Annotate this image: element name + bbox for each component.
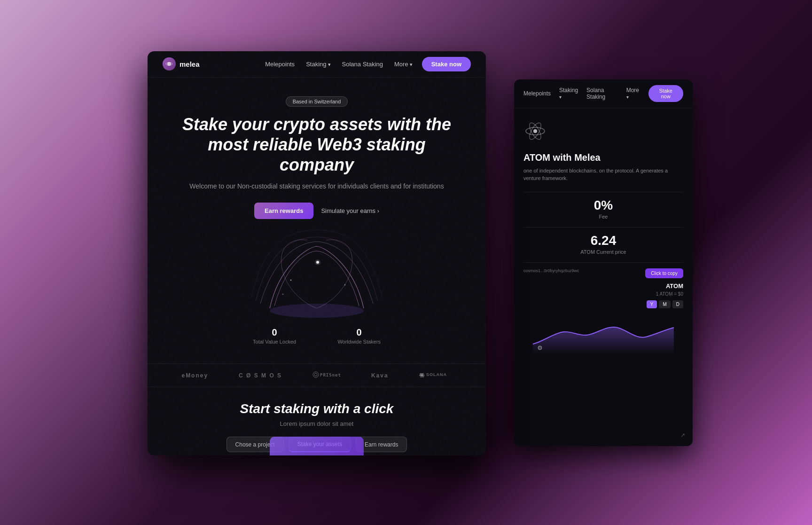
price-label: ATOM Current price <box>523 249 683 255</box>
time-year-button[interactable]: Y <box>647 300 657 308</box>
bottom-card-peek <box>270 437 364 455</box>
hero-title: Stake your crypto assets with the most r… <box>176 114 458 175</box>
price-chart <box>523 316 683 353</box>
stakers-label: Worldwide Stakers <box>337 339 381 345</box>
svg-point-13 <box>313 372 319 377</box>
svg-point-11 <box>344 284 346 286</box>
atom-title: ATOM with Melea <box>523 152 683 163</box>
svg-point-12 <box>282 294 284 295</box>
back-window: Melepoints Staking Solana Staking More S… <box>514 79 693 446</box>
time-day-button[interactable]: D <box>672 300 683 308</box>
back-nav-more[interactable]: More <box>626 87 640 100</box>
time-period-selector: Y M D <box>523 300 683 308</box>
nav-melepoints[interactable]: Melepoints <box>265 61 295 68</box>
hero-subtitle: Welcome to our Non-custodial staking ser… <box>176 181 458 191</box>
copy-address-button[interactable]: Click to copy <box>645 268 683 278</box>
partner-cosmos: C Ø S M O S <box>239 372 282 379</box>
svg-point-14 <box>314 373 317 376</box>
price-value: 6.24 <box>523 233 683 248</box>
back-nav-staking[interactable]: Staking <box>559 87 578 100</box>
stats-row: 0 Total Value Locked 0 Worldwide Stakers <box>176 327 458 345</box>
stakers-value: 0 <box>337 327 381 338</box>
nav-solana[interactable]: Solana Staking <box>342 61 383 68</box>
atom-desc: one of independent blockchains, on the p… <box>523 167 683 182</box>
simulate-link[interactable]: Simulate your earns <box>321 207 379 214</box>
back-nav-melepoints[interactable]: Melepoints <box>523 90 551 97</box>
navbar: melea Melepoints Staking Solana Staking … <box>148 51 486 78</box>
exchange-rate: 1 ATOM = $0 <box>523 291 683 297</box>
scene: Melepoints Staking Solana Staking More S… <box>148 51 664 474</box>
svg-text:SOLANA: SOLANA <box>426 372 447 377</box>
fee-value: 0% <box>523 198 683 213</box>
partner-solana: SOLANA <box>419 371 452 379</box>
globe-visualization <box>246 228 387 322</box>
stakers-stat: 0 Worldwide Stakers <box>337 327 381 345</box>
svg-text:PRISnet: PRISnet <box>320 373 341 377</box>
time-month-button[interactable]: M <box>659 300 670 308</box>
logo: melea <box>163 57 200 71</box>
svg-point-9 <box>315 259 320 265</box>
back-content: ATOM with Melea one of independent block… <box>514 108 693 372</box>
back-nav: Melepoints Staking Solana Staking More S… <box>514 79 693 108</box>
back-stake-now-button[interactable]: Stake now <box>648 85 683 102</box>
svg-point-7 <box>270 304 364 318</box>
section-subtitle: Lorem ipsum dolor sit amet <box>176 420 458 427</box>
partner-prisnet: PRISnet <box>312 371 341 379</box>
svg-point-10 <box>290 280 292 281</box>
nav-links: Melepoints Staking Solana Staking More <box>265 61 412 68</box>
front-window: melea Melepoints Staking Solana Staking … <box>148 51 486 455</box>
back-nav-solana[interactable]: Solana Staking <box>586 87 618 100</box>
nav-staking[interactable]: Staking <box>306 61 330 68</box>
currency-label: ATOM <box>523 282 683 290</box>
partner-kava: Kava <box>371 372 389 379</box>
svg-point-4 <box>538 346 542 350</box>
logo-icon <box>163 57 176 71</box>
hero-section: Based in Switzerland Stake your crypto a… <box>148 78 486 364</box>
hero-badge: Based in Switzerland <box>286 96 348 107</box>
earn-rewards-button[interactable]: Earn rewards <box>254 203 313 219</box>
section-title: Start staking with a click <box>176 401 458 416</box>
nav-more[interactable]: More <box>394 61 413 68</box>
partner-emoney: eMoney <box>181 372 208 379</box>
svg-point-0 <box>533 129 537 133</box>
logo-text: melea <box>180 60 200 68</box>
tvl-value: 0 <box>253 327 296 338</box>
hero-actions: Earn rewards Simulate your earns <box>176 203 458 219</box>
partners-bar: eMoney C Ø S M O S PRISnet Kava SOLANA <box>148 363 486 387</box>
expand-icon: ↗ <box>680 432 685 439</box>
atom-icon <box>523 119 547 143</box>
fee-label: Fee <box>523 214 683 219</box>
fee-stat: 0% Fee <box>523 198 683 219</box>
tvl-label: Total Value Locked <box>253 339 296 345</box>
price-stat: 6.24 ATOM Current price <box>523 233 683 255</box>
stake-now-button[interactable]: Stake now <box>422 57 471 71</box>
tvl-stat: 0 Total Value Locked <box>253 327 296 345</box>
